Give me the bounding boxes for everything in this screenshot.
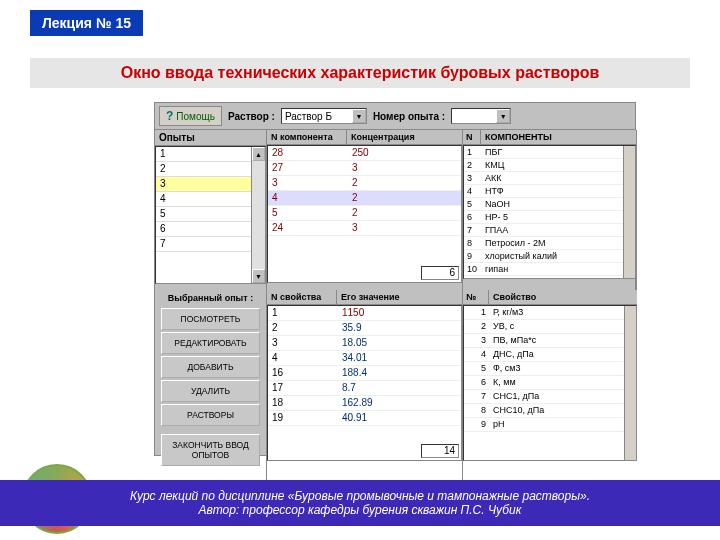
table-row[interactable]: 52 bbox=[268, 206, 461, 221]
table-row[interactable]: 6НР- 5 bbox=[464, 211, 623, 224]
opyty-header: Опыты bbox=[155, 130, 266, 146]
list-item[interactable]: 3 bbox=[156, 177, 251, 192]
lecture-badge: Лекция № 15 bbox=[30, 10, 143, 36]
table-row[interactable]: 32 bbox=[268, 176, 461, 191]
table-row[interactable]: 273 bbox=[268, 161, 461, 176]
scrollbar[interactable]: ▲ ▼ bbox=[251, 147, 265, 283]
list-item[interactable]: 5 bbox=[156, 207, 251, 222]
footer: Курс лекций по дисциплине «Буровые промы… bbox=[0, 480, 720, 526]
table-row[interactable]: 1ПБГ bbox=[464, 146, 623, 159]
table-row[interactable]: 318.05 bbox=[268, 336, 461, 351]
col-components: КОМПОНЕНТЫ bbox=[481, 130, 636, 144]
chevron-down-icon: ▼ bbox=[352, 109, 366, 123]
table-row[interactable]: 9хлористый калий bbox=[464, 250, 623, 263]
list-item[interactable]: 4 bbox=[156, 192, 251, 207]
table-row[interactable]: 5NaOH bbox=[464, 198, 623, 211]
table-row[interactable]: 8СНС10, дПа bbox=[464, 404, 624, 418]
table-row[interactable]: 8Петросил - 2М bbox=[464, 237, 623, 250]
footer-line1: Курс лекций по дисциплине «Буровые промы… bbox=[40, 489, 680, 503]
component-count-input[interactable]: 6 bbox=[421, 266, 459, 280]
table-row[interactable]: 42 bbox=[268, 191, 461, 206]
solution-combo[interactable]: Раствор Б ▼ bbox=[281, 108, 367, 124]
edit-button[interactable]: РЕДАКТИРОВАТЬ bbox=[161, 332, 260, 354]
table-row[interactable]: 7ГПАА bbox=[464, 224, 623, 237]
table-row[interactable]: 16188.4 bbox=[268, 366, 461, 381]
col-n-component: N компонента bbox=[267, 130, 347, 144]
table-row[interactable]: 1Р, кг/м3 bbox=[464, 306, 624, 320]
table-row[interactable]: 7СНС1, дПа bbox=[464, 390, 624, 404]
solutions-button[interactable]: РАСТВОРЫ bbox=[161, 404, 260, 426]
table-row[interactable]: 3ПВ, мПа*с bbox=[464, 334, 624, 348]
help-label: Помощь bbox=[176, 111, 215, 122]
table-row[interactable]: 4НТФ bbox=[464, 185, 623, 198]
col-number: № bbox=[463, 290, 489, 304]
table-row[interactable]: 28250 bbox=[268, 146, 461, 161]
table-row[interactable]: 434.01 bbox=[268, 351, 461, 366]
toolbar: ? Помощь Раствор : Раствор Б ▼ Номер опы… bbox=[155, 103, 635, 130]
table-row[interactable]: 243 bbox=[268, 221, 461, 236]
table-row[interactable]: 1940.91 bbox=[268, 411, 461, 426]
scrollbar[interactable] bbox=[623, 146, 635, 278]
component-concentration-panel: N компонента Концентрация 28250273324252… bbox=[267, 130, 463, 290]
table-row[interactable]: 4ДНС, дПа bbox=[464, 348, 624, 362]
opyty-panel: Опыты 1 2 3 4 5 6 7 ▲ ▼ bbox=[155, 130, 267, 290]
table-row[interactable]: 6К, мм bbox=[464, 376, 624, 390]
table-row[interactable]: 9pH bbox=[464, 418, 624, 432]
list-item[interactable]: 7 bbox=[156, 237, 251, 252]
table-row[interactable]: 11150 bbox=[268, 306, 461, 321]
selected-exp-label: Выбранный опыт : bbox=[155, 290, 266, 306]
col-concentration: Концентрация bbox=[347, 130, 462, 144]
col-n: N bbox=[463, 130, 481, 144]
footer-line2: Автор: профессор кафедры бурения скважин… bbox=[40, 503, 680, 517]
scroll-up-icon[interactable]: ▲ bbox=[252, 147, 265, 161]
properties-panel: № Свойство 1Р, кг/м32УВ, с3ПВ, мПа*с4ДНС… bbox=[463, 290, 637, 484]
delete-button[interactable]: УДАЛИТЬ bbox=[161, 380, 260, 402]
table-row[interactable]: 18162.89 bbox=[268, 396, 461, 411]
col-n-property: N свойства bbox=[267, 290, 337, 304]
solution-value: Раствор Б bbox=[285, 111, 332, 122]
opyty-list[interactable]: 1 2 3 4 5 6 7 bbox=[156, 147, 265, 252]
help-button[interactable]: ? Помощь bbox=[159, 106, 222, 126]
components-panel: N КОМПОНЕНТЫ 1ПБГ2КМЦ3АКК4НТФ5NaOH6НР- 5… bbox=[463, 130, 637, 290]
table-row[interactable]: 5Ф, см3 bbox=[464, 362, 624, 376]
list-item[interactable]: 2 bbox=[156, 162, 251, 177]
col-value: Его значение bbox=[337, 290, 462, 304]
solution-label: Раствор : bbox=[228, 111, 275, 122]
table-row[interactable]: 2УВ, с bbox=[464, 320, 624, 334]
exp-no-label: Номер опыта : bbox=[373, 111, 445, 122]
col-property: Свойство bbox=[489, 290, 637, 304]
list-item[interactable]: 1 bbox=[156, 147, 251, 162]
actions-panel: Выбранный опыт : ПОСМОТРЕТЬ РЕДАКТИРОВАТ… bbox=[155, 290, 267, 484]
view-button[interactable]: ПОСМОТРЕТЬ bbox=[161, 308, 260, 330]
finish-button[interactable]: ЗАКОНЧИТЬ ВВОД ОПЫТОВ bbox=[161, 434, 260, 466]
scroll-down-icon[interactable]: ▼ bbox=[252, 269, 265, 283]
table-row[interactable]: 10гипан bbox=[464, 263, 623, 276]
exp-no-combo[interactable]: ▼ bbox=[451, 108, 511, 124]
scrollbar[interactable] bbox=[624, 306, 636, 460]
table-row[interactable]: 3АКК bbox=[464, 172, 623, 185]
page-title: Окно ввода технических характеристик бур… bbox=[30, 58, 690, 88]
property-values-panel: N свойства Его значение 11150235.9318.05… bbox=[267, 290, 463, 484]
table-row[interactable]: 2КМЦ bbox=[464, 159, 623, 172]
add-button[interactable]: ДОБАВИТЬ bbox=[161, 356, 260, 378]
list-item[interactable]: 6 bbox=[156, 222, 251, 237]
app-window: ? Помощь Раствор : Раствор Б ▼ Номер опы… bbox=[154, 102, 636, 456]
chevron-down-icon: ▼ bbox=[496, 109, 510, 123]
property-count-input[interactable]: 14 bbox=[421, 444, 459, 458]
table-row[interactable]: 178.7 bbox=[268, 381, 461, 396]
table-row[interactable]: 235.9 bbox=[268, 321, 461, 336]
help-icon: ? bbox=[166, 109, 173, 123]
